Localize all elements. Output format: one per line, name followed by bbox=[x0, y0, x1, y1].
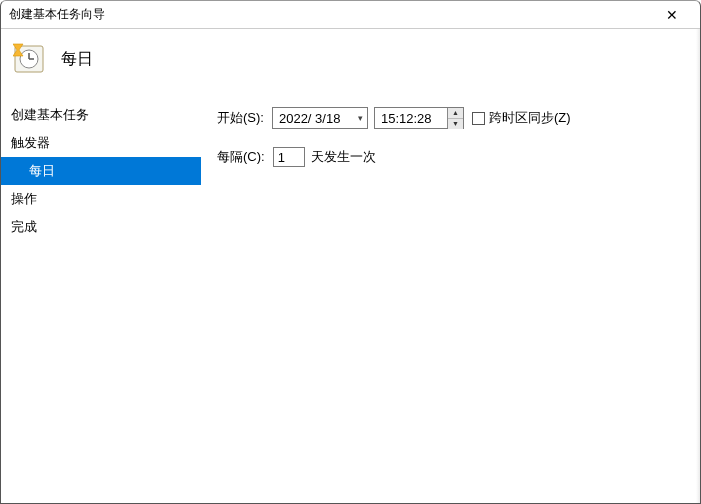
date-value: 2022/ 3/18 bbox=[279, 111, 340, 126]
sidebar-item-label: 操作 bbox=[11, 191, 37, 206]
clock-icon bbox=[13, 42, 47, 76]
window-shadow bbox=[696, 29, 700, 503]
timezone-label: 跨时区同步(Z) bbox=[489, 109, 571, 127]
chevron-down-icon: ▾ bbox=[358, 113, 363, 123]
content-area: 创建基本任务触发器每日操作完成 开始(S): 2022/ 3/18 ▾ 15:1… bbox=[1, 89, 700, 503]
sidebar-item-label: 创建基本任务 bbox=[11, 107, 89, 122]
sidebar-item-label: 完成 bbox=[11, 219, 37, 234]
time-spinner[interactable]: ▲ ▼ bbox=[447, 108, 463, 128]
interval-value: 1 bbox=[278, 150, 285, 165]
close-button[interactable]: ✕ bbox=[652, 1, 692, 28]
time-value: 15:12:28 bbox=[381, 111, 447, 126]
wizard-header: 每日 bbox=[1, 29, 700, 89]
titlebar: 创建基本任务向导 ✕ bbox=[1, 1, 700, 29]
interval-suffix: 天发生一次 bbox=[311, 148, 376, 166]
sidebar-item-3[interactable]: 操作 bbox=[1, 185, 201, 213]
sidebar-item-label: 每日 bbox=[29, 163, 55, 178]
main-panel: 开始(S): 2022/ 3/18 ▾ 15:12:28 ▲ ▼ 跨时区同步(Z… bbox=[201, 89, 700, 503]
interval-label: 每隔(C): bbox=[217, 148, 265, 166]
spin-up-icon[interactable]: ▲ bbox=[448, 108, 463, 119]
checkbox-box-icon bbox=[472, 112, 485, 125]
timezone-sync-checkbox[interactable]: 跨时区同步(Z) bbox=[472, 109, 571, 127]
start-row: 开始(S): 2022/ 3/18 ▾ 15:12:28 ▲ ▼ 跨时区同步(Z… bbox=[217, 107, 690, 129]
wizard-sidebar: 创建基本任务触发器每日操作完成 bbox=[1, 89, 201, 503]
close-icon: ✕ bbox=[666, 7, 678, 23]
interval-row: 每隔(C): 1 天发生一次 bbox=[217, 147, 690, 167]
start-date-picker[interactable]: 2022/ 3/18 ▾ bbox=[272, 107, 368, 129]
sidebar-item-0[interactable]: 创建基本任务 bbox=[1, 101, 201, 129]
window-title: 创建基本任务向导 bbox=[9, 6, 652, 23]
sidebar-item-4[interactable]: 完成 bbox=[1, 213, 201, 241]
start-label: 开始(S): bbox=[217, 109, 264, 127]
sidebar-item-1[interactable]: 触发器 bbox=[1, 129, 201, 157]
spin-down-icon[interactable]: ▼ bbox=[448, 119, 463, 129]
start-time-picker[interactable]: 15:12:28 ▲ ▼ bbox=[374, 107, 464, 129]
sidebar-item-2[interactable]: 每日 bbox=[1, 157, 201, 185]
interval-input[interactable]: 1 bbox=[273, 147, 305, 167]
page-title: 每日 bbox=[61, 49, 93, 70]
sidebar-item-label: 触发器 bbox=[11, 135, 50, 150]
